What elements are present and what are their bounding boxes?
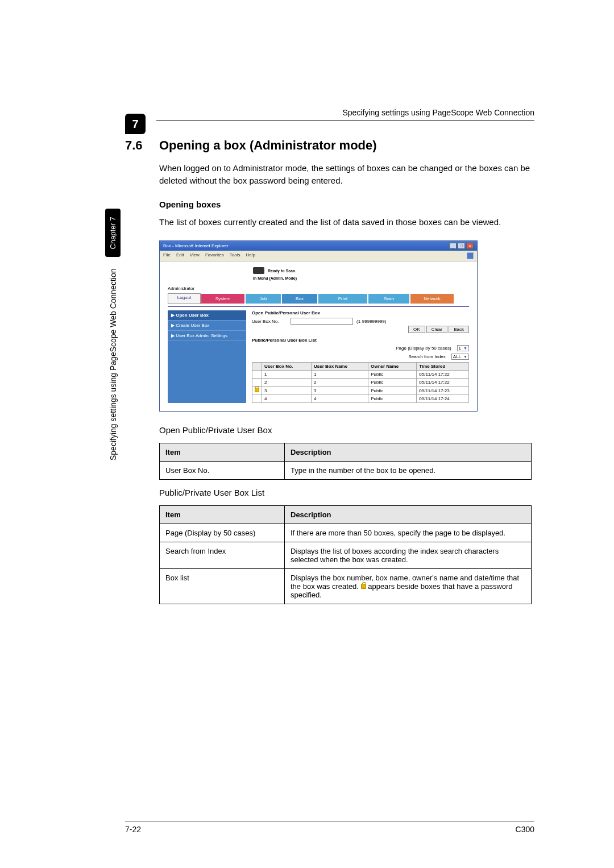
cell-lock <box>252 371 262 379</box>
page-display-label: Page (Display by 50 cases) <box>396 346 451 351</box>
ok-button[interactable]: OK <box>408 326 425 333</box>
admin-label: Administrator <box>168 286 469 291</box>
cell-name: 4 <box>312 395 368 403</box>
table-row: Search from Index Displays the list of b… <box>160 542 532 569</box>
nav-scan[interactable]: Scan <box>368 293 410 304</box>
nav-job[interactable]: Job <box>245 293 281 304</box>
nav-print[interactable]: Print <box>318 293 368 304</box>
heading-number: 7.6 <box>125 138 159 153</box>
back-button[interactable]: Back <box>449 326 469 333</box>
chevron-down-icon: ▼ <box>463 346 467 350</box>
sidebar-item-user-box-admin[interactable]: ▶ User Box Admin. Settings <box>168 331 246 341</box>
minimize-icon[interactable]: _ <box>449 243 457 249</box>
cell-name: 3 <box>312 387 368 395</box>
col-time: Time Stored <box>417 363 469 371</box>
table-row[interactable]: 11Public05/11/14 17:22 <box>252 371 469 379</box>
logout-button[interactable]: Logout <box>168 293 201 304</box>
status-ready: Ready to Scan. <box>268 269 296 273</box>
printer-logo-icon <box>253 267 264 274</box>
ie-window: Box - Microsoft Internet Explorer _ □ × … <box>159 240 478 412</box>
menu-file[interactable]: File <box>163 252 171 259</box>
close-icon[interactable]: × <box>466 243 474 249</box>
menu-edit[interactable]: Edit <box>176 252 184 259</box>
cell-item: User Box No. <box>160 462 285 480</box>
cell-time: 05/11/14 17:23 <box>417 387 469 395</box>
table1-caption: Open Public/Private User Box <box>159 425 534 435</box>
maximize-icon[interactable]: □ <box>458 243 465 249</box>
cell-lock <box>252 379 262 387</box>
window-title: Box - Microsoft Internet Explorer <box>163 243 229 248</box>
table2-header-item: Item <box>160 506 285 524</box>
panel-list-title: Public/Personal User Box List <box>252 338 469 343</box>
panel-open-title: Open Public/Personal User Box <box>252 310 469 315</box>
cell-time: 05/11/14 17:22 <box>417 371 469 379</box>
search-index-label: Search from Index <box>408 354 445 359</box>
cell-time: 05/11/14 17:22 <box>417 379 469 387</box>
cell-no: 1 <box>262 371 312 379</box>
cell-name: 1 <box>312 371 368 379</box>
intro-paragraph: When logged on to Administrator mode, th… <box>159 162 534 187</box>
range-hint: (1-999999999) <box>356 319 386 324</box>
model-label: C300 <box>516 825 534 834</box>
table-box-list: Item Description Page (Display by 50 cas… <box>159 505 532 604</box>
table2-header-desc: Description <box>285 506 532 524</box>
table-open-box: Item Description User Box No. Type in th… <box>159 443 532 480</box>
user-box-no-input[interactable] <box>291 318 353 325</box>
cell-owner: Public <box>368 395 417 403</box>
cell-owner: Public <box>368 387 417 395</box>
cell-no: 3 <box>262 387 312 395</box>
running-header: Specifying settings using PageScope Web … <box>156 108 534 121</box>
col-owner: Owner Name <box>368 363 417 371</box>
table-row[interactable]: 44Public05/11/14 17:24 <box>252 395 469 403</box>
user-box-no-label: User Box No. <box>252 319 287 324</box>
table2-caption: Public/Private User Box List <box>159 488 534 497</box>
cell-desc: Displays the box number, box name, owner… <box>285 569 532 604</box>
chevron-down-icon: ▼ <box>463 355 467 359</box>
cell-item: Page (Display by 50 cases) <box>160 524 285 542</box>
search-index-value: ALL <box>453 354 461 359</box>
cell-name: 2 <box>312 379 368 387</box>
menu-view[interactable]: View <box>190 252 200 259</box>
cell-item: Box list <box>160 569 285 604</box>
cell-item: Search from Index <box>160 542 285 569</box>
search-index-select[interactable]: ALL▼ <box>451 354 469 360</box>
menu-help[interactable]: Help <box>246 252 255 259</box>
ie-logo-icon <box>467 252 474 259</box>
table1-header-item: Item <box>160 443 285 462</box>
cell-no: 4 <box>262 395 312 403</box>
page-select[interactable]: 1▼ <box>457 345 469 351</box>
sidebar-item-create-user-box[interactable]: ▶ Create User Box <box>168 321 246 331</box>
table-row[interactable]: 33Public05/11/14 17:23 <box>252 387 469 395</box>
heading-title: Opening a box (Administrator mode) <box>159 138 377 152</box>
clear-button[interactable]: Clear <box>426 326 447 333</box>
table-row: User Box No. Type in the number of the b… <box>160 462 532 480</box>
cell-owner: Public <box>368 379 417 387</box>
cell-desc: Displays the list of boxes according the… <box>285 542 532 569</box>
lock-icon <box>361 584 366 589</box>
sidebar-item-open-user-box[interactable]: ▶ Open User Box <box>168 310 246 321</box>
subtext-paragraph: The list of boxes currently created and … <box>159 216 534 229</box>
col-box-no: User Box No. <box>262 363 312 371</box>
table-row[interactable]: 22Public05/11/14 17:22 <box>252 379 469 387</box>
cell-desc: Type in the number of the box to be open… <box>285 462 532 480</box>
cell-desc: If there are more than 50 boxes, specify… <box>285 524 532 542</box>
table-row: Page (Display by 50 cases) If there are … <box>160 524 532 542</box>
menu-favorites[interactable]: Favorites <box>205 252 224 259</box>
user-box-list-table: User Box No. User Box Name Owner Name Ti… <box>252 362 469 403</box>
mode-label: In Menu (Admin. Mode) <box>253 276 469 280</box>
lock-icon <box>255 388 259 392</box>
page-number: 7-22 <box>125 825 141 834</box>
nav-system[interactable]: System <box>201 293 245 304</box>
nav-network[interactable]: Network <box>410 293 454 304</box>
menu-tools[interactable]: Tools <box>230 252 240 259</box>
heading-7-6: 7.6Opening a box (Administrator mode) <box>125 138 534 153</box>
subheading-opening-boxes: Opening boxes <box>159 200 534 209</box>
nav-box[interactable]: Box <box>281 293 318 304</box>
cell-no: 2 <box>262 379 312 387</box>
cell-owner: Public <box>368 371 417 379</box>
table-row: Box list Displays the box number, box na… <box>160 569 532 604</box>
cell-lock <box>252 387 262 395</box>
col-lock <box>252 363 262 371</box>
cell-lock <box>252 395 262 403</box>
col-box-name: User Box Name <box>312 363 368 371</box>
